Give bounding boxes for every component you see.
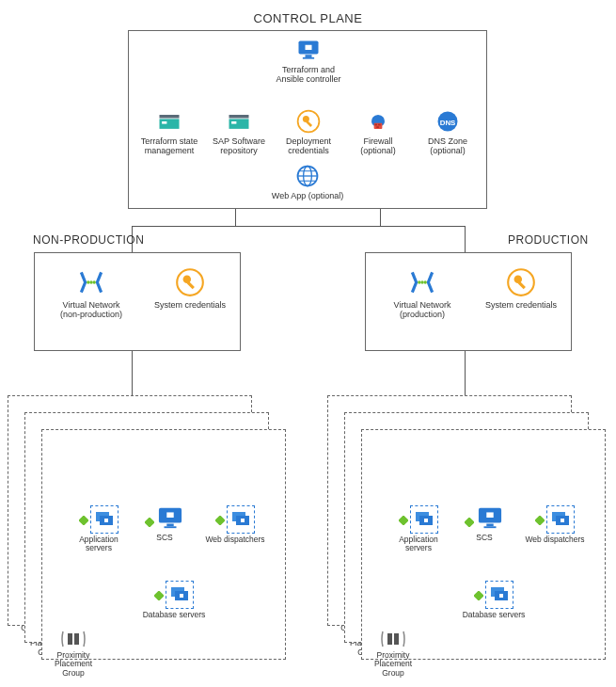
svg-point-25 — [89, 280, 92, 283]
ppg-icon — [379, 629, 407, 649]
db-servers: Database servers — [136, 581, 212, 619]
diamond-icon — [535, 516, 545, 525]
svg-rect-40 — [145, 518, 154, 527]
svg-rect-6 — [162, 121, 166, 124]
vm-group-icon — [227, 505, 255, 534]
prod-stack: Application servers SCS Web dispatchers — [327, 395, 600, 678]
vm-group-icon — [90, 505, 118, 534]
svg-rect-71 — [561, 519, 564, 522]
svg-rect-65 — [487, 524, 494, 527]
svg-rect-43 — [165, 526, 177, 528]
svg-rect-80 — [387, 633, 392, 645]
connector — [132, 351, 133, 398]
svg-rect-15 — [378, 124, 381, 126]
svg-rect-75 — [499, 594, 503, 598]
svg-point-30 — [418, 280, 420, 283]
sys-creds-nonprod: System credentials — [148, 266, 232, 310]
monitor-icon — [156, 505, 184, 530]
vnet-icon — [75, 266, 107, 298]
sys-creds-prod: System credentials — [479, 266, 563, 310]
stack-card: Application servers SCS Web dispa — [41, 429, 286, 660]
svg-rect-49 — [154, 591, 164, 600]
svg-rect-29 — [187, 281, 195, 289]
control-plane-box: Terraform and Ansible controller Terrafo… — [128, 30, 487, 209]
svg-rect-1 — [306, 55, 312, 57]
diamond-icon — [154, 591, 164, 600]
app-servers: Application servers — [71, 505, 127, 553]
vm-group-icon — [546, 505, 575, 534]
db-servers: Database servers — [456, 581, 531, 619]
svg-rect-35 — [518, 281, 526, 289]
ppg-front: Proximity Placement Group — [45, 629, 102, 678]
svg-point-26 — [92, 280, 95, 283]
svg-point-11 — [303, 116, 309, 122]
web-dispatchers: Web dispatchers — [522, 505, 588, 544]
svg-rect-59 — [399, 516, 408, 525]
svg-point-24 — [87, 280, 89, 283]
monitor-icon — [295, 37, 322, 63]
svg-rect-7 — [229, 115, 249, 119]
nonprod-stack: Application servers SCS Web dispa — [8, 395, 280, 678]
svg-rect-62 — [424, 519, 428, 522]
vnet-icon — [406, 266, 438, 298]
connector — [465, 226, 466, 252]
svg-rect-52 — [180, 594, 183, 598]
svg-rect-68 — [535, 516, 545, 525]
vnet-prod: Virtual Network (production) — [385, 266, 460, 320]
ppg-icon — [59, 629, 87, 649]
svg-rect-67 — [487, 512, 494, 518]
svg-rect-42 — [167, 524, 174, 527]
svg-rect-2 — [303, 57, 314, 59]
vm-group-icon — [166, 581, 194, 609]
key-icon — [295, 108, 322, 135]
nonprod-box: Virtual Network (non-production) System … — [34, 252, 241, 351]
key-icon — [505, 266, 537, 298]
svg-rect-44 — [167, 512, 174, 518]
connector — [132, 226, 466, 227]
svg-rect-66 — [484, 526, 497, 528]
svg-rect-14 — [375, 124, 378, 126]
nonprod-label: NON-PRODUCTION — [33, 233, 144, 247]
vm-group-icon — [410, 505, 438, 534]
storage-icon — [226, 108, 252, 135]
web-app: Web App (optional) — [251, 163, 364, 200]
svg-rect-36 — [79, 516, 88, 525]
storage-icon — [156, 108, 182, 135]
sap-repo: SAP Software repository — [206, 108, 272, 156]
svg-point-32 — [423, 280, 426, 283]
svg-rect-12 — [306, 120, 312, 127]
scs: SCS — [456, 505, 513, 542]
terraform-state: Terraform state management — [136, 108, 202, 156]
svg-rect-63 — [465, 518, 474, 527]
key-icon — [174, 266, 206, 298]
svg-rect-72 — [474, 591, 483, 600]
ppg-front: Proximity Placement Group — [365, 629, 421, 678]
svg-rect-48 — [241, 519, 245, 522]
svg-rect-4 — [160, 115, 180, 119]
app-servers: Application servers — [390, 505, 447, 553]
terraform-controller: Terraform and Ansible controller — [276, 37, 341, 85]
vnet-nonprod: Virtual Network (non-production) — [54, 266, 129, 320]
svg-rect-45 — [215, 516, 225, 525]
diamond-icon — [465, 518, 474, 527]
monitor-icon — [476, 505, 504, 530]
scs: SCS — [136, 505, 193, 542]
connector — [465, 351, 466, 398]
diamond-icon — [399, 516, 408, 525]
firewall: Firewall (optional) — [345, 108, 411, 156]
svg-rect-81 — [394, 633, 399, 645]
globe-icon — [294, 163, 321, 189]
control-plane-title: CONTROL PLANE — [0, 11, 616, 25]
deploy-credentials: Deployment credentials — [276, 108, 341, 156]
prod-label: PRODUCTION — [508, 233, 589, 247]
vm-group-icon — [485, 581, 513, 609]
diamond-icon — [145, 518, 154, 527]
svg-rect-3 — [306, 45, 312, 50]
svg-rect-39 — [104, 519, 108, 522]
diamond-icon — [215, 516, 225, 525]
web-dispatchers: Web dispatchers — [202, 505, 268, 544]
svg-rect-57 — [68, 633, 72, 645]
dns-icon: DNS — [434, 108, 461, 135]
firewall-icon — [365, 108, 391, 135]
connector — [380, 209, 381, 226]
